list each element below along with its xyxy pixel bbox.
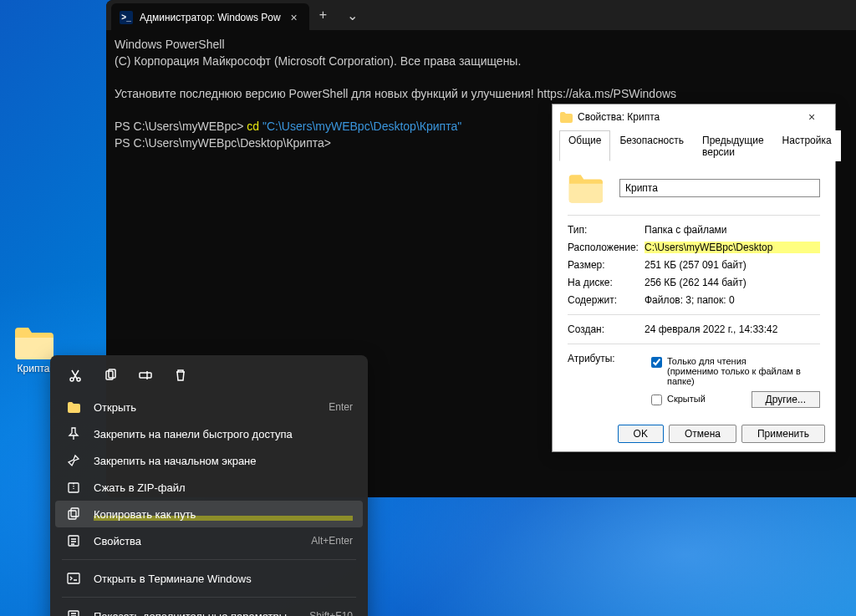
trash-icon <box>174 369 187 382</box>
close-icon[interactable]: × <box>795 110 828 124</box>
rename-icon <box>139 369 152 382</box>
menu-item-label: Открыть <box>94 401 329 414</box>
properties-footer: OK Отмена Применить <box>553 416 835 451</box>
terminal-tab[interactable]: >_ Администратор: Windows Pow × <box>111 3 309 31</box>
menu-separator <box>62 597 356 598</box>
checkbox-readonly[interactable]: Только для чтения(применимо только к фай… <box>651 356 820 386</box>
terminal-line: Установите последнюю версию PowerShell д… <box>115 87 676 100</box>
menu-item-shortcut: Alt+Enter <box>311 535 353 547</box>
tab-close-icon[interactable]: × <box>288 11 301 24</box>
menu-item-label: Копировать как путь <box>94 508 353 521</box>
menu-separator <box>62 559 356 560</box>
label-sizeondisk: На диске: <box>568 277 645 288</box>
value-created: 24 февраля 2022 г., 14:33:42 <box>645 323 820 335</box>
svg-point-1 <box>77 378 80 381</box>
terminal-cmd: cd <box>247 120 259 133</box>
svg-rect-4 <box>140 373 151 378</box>
menu-item-folder[interactable]: ОткрытьEnter <box>55 394 363 420</box>
context-menu-toprow <box>55 362 363 394</box>
menu-item-shortcut: Shift+F10 <box>309 610 353 616</box>
menu-item-more[interactable]: Показать дополнительные параметрыShift+F… <box>55 603 363 616</box>
folder-icon <box>65 401 82 413</box>
terminal-line: Windows PowerShell <box>115 38 225 51</box>
tab-dropdown-icon[interactable]: ⌄ <box>337 8 368 23</box>
tab-customize[interactable]: Настройка <box>773 130 841 161</box>
powershell-icon: >_ <box>120 11 133 24</box>
copy-button[interactable] <box>95 362 125 389</box>
tab-security[interactable]: Безопасность <box>610 130 693 161</box>
menu-item-pin2[interactable]: Закрепить на начальном экране <box>55 447 363 474</box>
menu-item-shortcut: Enter <box>329 401 353 413</box>
menu-item-label: Закрепить на панели быстрого доступа <box>94 428 353 440</box>
svg-rect-9 <box>68 573 79 583</box>
checkbox-hidden[interactable]: Скрытый <box>651 394 706 405</box>
context-menu: ОткрытьEnterЗакрепить на панели быстрого… <box>50 355 368 616</box>
new-tab-button[interactable]: + <box>309 8 337 23</box>
delete-button[interactable] <box>166 362 196 389</box>
props-icon <box>65 534 82 547</box>
properties-titlebar: Свойства: Крипта × <box>553 104 835 130</box>
properties-dialog: Свойства: Крипта × Общие Безопасность Пр… <box>552 104 836 452</box>
cancel-button[interactable]: Отмена <box>669 425 736 443</box>
label-location: Расположение: <box>568 242 645 253</box>
value-type: Папка с файлами <box>645 224 820 236</box>
folder-name-input[interactable] <box>619 179 820 197</box>
terminal-prompt: PS C:\Users\myWEBpc\Desktop\Крипта> <box>115 136 331 150</box>
terminal-icon <box>65 572 82 585</box>
apply-button[interactable]: Применить <box>741 425 825 443</box>
terminal-tab-title: Администратор: Windows Pow <box>140 12 281 23</box>
properties-body: Тип:Папка с файлами Расположение:C:\User… <box>553 161 835 416</box>
folder-icon <box>559 111 573 123</box>
tab-general[interactable]: Общие <box>559 130 610 161</box>
menu-item-pin[interactable]: Закрепить на панели быстрого доступа <box>55 420 363 447</box>
tab-previous-versions[interactable]: Предыдущие версии <box>693 130 773 161</box>
ok-button[interactable]: OK <box>618 425 664 443</box>
terminal-prompt: PS C:\Users\myWEBpc> <box>115 120 247 133</box>
value-sizeondisk: 256 КБ (262 144 байт) <box>645 277 820 288</box>
menu-item-label: Сжать в ZIP-файл <box>94 481 353 494</box>
more-icon <box>65 609 82 616</box>
rename-button[interactable] <box>130 362 160 389</box>
copypath-icon <box>65 507 82 521</box>
folder-icon <box>13 326 54 359</box>
menu-item-zip[interactable]: Сжать в ZIP-файл <box>55 474 363 501</box>
menu-item-props[interactable]: СвойстваAlt+Enter <box>55 527 363 554</box>
label-contains: Содержит: <box>568 294 645 306</box>
svg-rect-6 <box>69 511 76 519</box>
properties-title: Свойства: Крипта <box>578 111 795 123</box>
cut-button[interactable] <box>60 362 90 389</box>
properties-tabs: Общие Безопасность Предыдущие версии Нас… <box>559 130 828 161</box>
menu-item-label: Закрепить на начальном экране <box>94 455 353 467</box>
value-contains: Файлов: 3; папок: 0 <box>645 294 820 306</box>
cut-icon <box>69 369 82 382</box>
value-location: C:\Users\myWEBpc\Desktop <box>645 242 820 253</box>
menu-item-label: Свойства <box>94 535 311 547</box>
pin2-icon <box>65 454 82 467</box>
zip-icon <box>65 481 82 494</box>
svg-rect-7 <box>71 508 79 517</box>
menu-item-label: Показать дополнительные параметры <box>94 610 309 617</box>
label-attributes: Атрибуты: <box>568 353 645 408</box>
folder-icon <box>568 173 603 203</box>
label-created: Создан: <box>568 323 645 335</box>
label-type: Тип: <box>568 224 645 236</box>
label-size: Размер: <box>568 259 645 271</box>
pin-icon <box>65 427 82 440</box>
svg-rect-5 <box>69 483 79 492</box>
terminal-titlebar: >_ Администратор: Windows Pow × + ⌄ <box>106 0 856 30</box>
menu-item-copypath[interactable]: Копировать как путь <box>55 501 363 527</box>
copy-icon <box>104 369 117 382</box>
menu-item-terminal[interactable]: Открыть в Терминале Windows <box>55 565 363 592</box>
value-size: 251 КБ (257 091 байт) <box>645 259 820 271</box>
menu-item-label: Открыть в Терминале Windows <box>94 573 353 585</box>
svg-point-0 <box>70 378 74 381</box>
terminal-arg: "C:\Users\myWEBpc\Desktop\Крипта" <box>259 120 461 133</box>
terminal-line: (C) Корпорация Майкрософт (Microsoft Cor… <box>115 54 521 68</box>
other-attributes-button[interactable]: Другие... <box>752 391 820 408</box>
